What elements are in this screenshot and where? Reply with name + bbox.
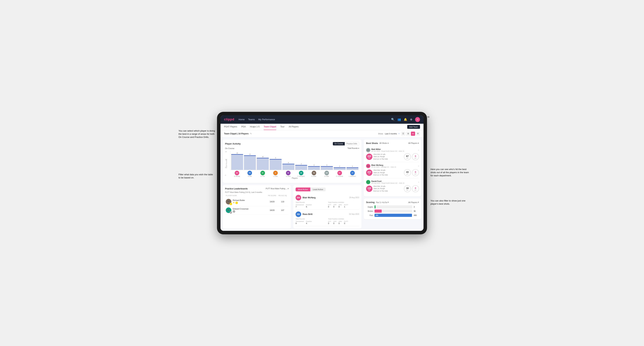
- bar-b-mcharg: 13: [231, 152, 243, 170]
- tab-all-players[interactable]: All Players: [288, 124, 298, 130]
- best-shots-players-filter[interactable]: All Players ▾: [408, 142, 419, 144]
- users-icon[interactable]: 👥: [398, 118, 401, 121]
- tab-hcaps[interactable]: Hcaps 1-5: [250, 124, 260, 130]
- lb-row-crossman[interactable]: EC 2 Edward Crossman 2: [225, 206, 288, 215]
- shot-entry-mm[interactable]: MM Matt Miller 09 Jun 2023 · Royal North…: [366, 146, 419, 162]
- shot-entry-bm[interactable]: BM Blair McHarg 23 Jul 2023 · Aldridge G…: [366, 162, 419, 178]
- search-icon[interactable]: 🔍: [391, 118, 394, 121]
- most-active-tab[interactable]: Most Active: [296, 187, 310, 191]
- nav-link-teams[interactable]: Teams: [248, 117, 255, 121]
- on-course-toggle[interactable]: On Course: [333, 142, 345, 145]
- all-players-chevron-icon: ▾: [418, 142, 419, 144]
- nav-right: 🔍 👥 🔔 ⊕ U: [391, 117, 420, 122]
- player-item-ec: EC E. Crossman: [334, 171, 346, 177]
- pars-bar-track: 499: [374, 214, 412, 217]
- shot-player-row-mm: MM Matt Miller 09 Jun 2023 · Royal North…: [366, 148, 419, 152]
- player-item-rbu: RB R. Butler: [308, 171, 320, 177]
- grid-view-btn[interactable]: ⊞: [406, 132, 410, 136]
- active-avatar-rb: RB: [296, 211, 301, 217]
- lb-col-headers: PLAYER NAME PB SCORE PB AVG SQ: [225, 195, 288, 196]
- shot-detail-bm: 23 Jul 2023 · Aldridge GC · Hole 15: [371, 166, 396, 168]
- chart-filter[interactable]: Total Rounds ▾: [348, 147, 359, 149]
- show-period-selector[interactable]: Last 3 months: [385, 133, 397, 135]
- top-nav: clippd Home Teams My Performance 🔍 👥 🔔 ⊕…: [220, 115, 424, 124]
- chevron-down-icon[interactable]: ▾: [398, 132, 400, 135]
- shot-zero-bm: 0 yds: [412, 169, 419, 176]
- lb-score-butler: 19/20: [267, 201, 278, 203]
- shot-desc-mm: Shot Dist: 67 yds Start Lie: Rough End L…: [374, 153, 403, 161]
- active-date-bm: 26 Aug 2023: [349, 197, 359, 198]
- shot-badge-label-mm: SG: [368, 157, 370, 159]
- plus-icon[interactable]: ⊕: [410, 118, 412, 121]
- active-stats-rb: Total Rounds Tournament 8 Practice: [296, 218, 359, 224]
- bottom-grid: Practice Leaderboards PUTT Must Make Put…: [222, 185, 362, 229]
- player-activity-title: Player Activity: [225, 142, 240, 145]
- course-toggle-group: On Course Practice Drills: [333, 142, 359, 146]
- list-view-btn[interactable]: ☰: [401, 132, 405, 136]
- shot-zero-mm: 0 yds: [412, 153, 419, 160]
- avatar-ee: EE: [286, 171, 290, 175]
- avatar-lr: LR: [350, 171, 355, 175]
- shot-entry-df[interactable]: DF David Ford 24 Aug 2023 · Royal North …: [366, 178, 419, 194]
- shot-zero-num-mm: 0: [415, 155, 416, 158]
- lb-avatar-butler: RB 1: [226, 199, 231, 204]
- scoring-players-filter[interactable]: All Players ▾: [408, 201, 419, 203]
- all-players-label: All Players: [408, 142, 418, 144]
- heart-view-btn[interactable]: ♥: [411, 132, 415, 136]
- best-shots-title: Best Shots: [366, 142, 378, 145]
- practice-val-rb: 4: [306, 222, 312, 224]
- name-rbu: R. Butler: [312, 176, 316, 177]
- filter-chevron-icon: ▾: [358, 147, 359, 149]
- scoring-header: Scoring Par 3, 4 & 5s ▾ All Players ▾: [366, 201, 419, 204]
- lb-avatar-crossman: EC 2: [226, 207, 231, 213]
- bars-container: 13 12: [230, 151, 359, 170]
- practice-drills-toggle[interactable]: Practice Drills: [345, 142, 359, 145]
- lb-row-butler[interactable]: RB 1 Richard Butler ⭐ 1: [225, 197, 288, 206]
- player-item-lr: LR L. Robertson: [346, 171, 358, 177]
- y-label-10: 10: [225, 159, 230, 161]
- annotation-left-bottom: Filter what data you wish the table to b…: [178, 173, 215, 179]
- eagles-bar-track: [374, 205, 412, 208]
- nav-link-home[interactable]: Home: [238, 117, 245, 121]
- edit-team-icon[interactable]: ✎: [250, 133, 252, 135]
- tab-pga[interactable]: PGA: [241, 124, 246, 130]
- bar-l-robertson: 2: [346, 166, 358, 170]
- nav-link-performance[interactable]: My Performance: [258, 117, 275, 121]
- settings-view-btn[interactable]: ⚙: [416, 132, 420, 136]
- leaderboard-header: Practice Leaderboards PUTT Must Make Put…: [225, 187, 288, 190]
- pars-label: Pars: [366, 214, 373, 216]
- tablet-frame: clippd Home Teams My Performance 🔍 👥 🔔 ⊕…: [217, 112, 427, 234]
- tab-tour[interactable]: Tour: [280, 124, 284, 130]
- sub-nav: PGAT Players PGA Hcaps 1-5 Team Clippd T…: [220, 124, 424, 130]
- total-practice-label-rb: Total Practice Activities: [328, 218, 359, 220]
- least-active-tab[interactable]: Least Active: [310, 187, 326, 191]
- y-label-0: 0: [225, 174, 230, 176]
- add-team-button[interactable]: Add Team: [407, 125, 420, 129]
- player-item-rb: RB R. Britt: [244, 171, 256, 177]
- nav-logo: clippd: [224, 118, 234, 121]
- shot-avatar-bm: BM: [366, 164, 370, 168]
- tournament-val-bm: 7: [296, 206, 304, 208]
- avatar-rb: RB: [248, 171, 252, 175]
- pars-value: 499: [414, 214, 419, 216]
- user-avatar[interactable]: U: [415, 117, 420, 122]
- leaderboard-filter-label: PUTT Must Make Putting ...: [266, 188, 287, 190]
- scoring-filter[interactable]: Par 3, 4 & 5s ▾: [376, 201, 389, 203]
- scoring-bar-pars: Pars 499 499: [366, 214, 419, 217]
- leaderboard-title: Practice Leaderboards: [225, 187, 248, 190]
- shot-badge-df: 198 SG: [366, 185, 372, 192]
- eagles-value: 3: [414, 206, 419, 208]
- tab-team-clippd[interactable]: Team Clippd: [264, 124, 276, 130]
- tournament-val-rb: 8: [296, 222, 304, 224]
- bell-icon[interactable]: 🔔: [404, 118, 407, 121]
- lb-score-crossman: 18/20: [267, 209, 278, 211]
- most-active-card: Most Active Least Active BM Blair McHarg: [293, 185, 362, 229]
- leaderboard-filter[interactable]: PUTT Must Make Putting ... ▾: [266, 188, 288, 190]
- scoring-bars: Eagles 3 Birdies: [366, 205, 419, 217]
- chart-area: On Course Total Rounds ▾ Total Rounds: [225, 147, 359, 180]
- shot-badge-num-bm: 200: [367, 171, 371, 173]
- tab-pgat-players[interactable]: PGAT Players: [224, 124, 237, 130]
- total-practice-label-bm: Total Practice Activities: [328, 201, 359, 203]
- left-column: Player Activity On Course Practice Drill…: [222, 140, 362, 229]
- best-shots-filter[interactable]: All Shots ▾: [380, 142, 389, 144]
